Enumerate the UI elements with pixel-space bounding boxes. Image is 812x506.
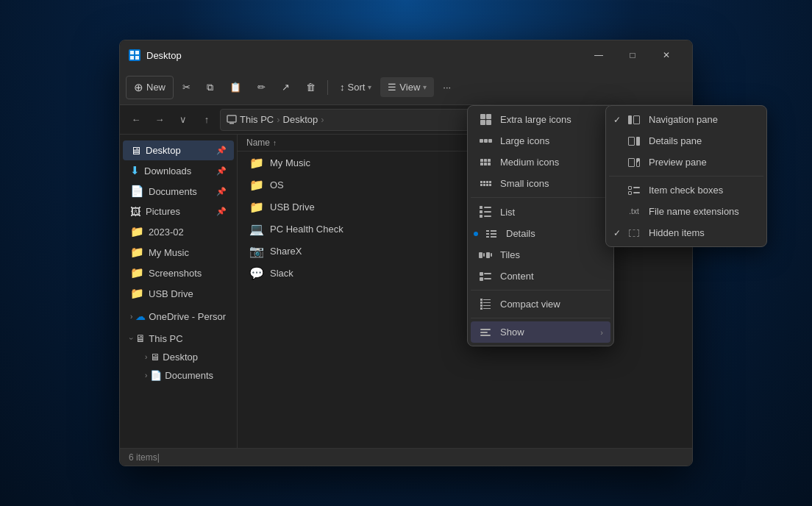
close-button[interactable]: ✕ [649, 44, 683, 66]
toolbar: ⊕ New ✂ ⧉ 📋 ✏ ↗ 🗑 ↕ Sort ▾ ☰ View ▾ [120, 70, 692, 105]
copy-button[interactable]: ⧉ [199, 77, 221, 98]
sidebar-label-mymusic: My Music [149, 247, 189, 258]
os-folder-icon: 📁 [249, 178, 264, 192]
show-navigation-pane[interactable]: ✓ Navigation pane [609, 109, 763, 130]
pchealthcheck-icon: 💻 [249, 222, 264, 236]
usb-folder-icon: 📁 [249, 200, 264, 214]
medium-icon-indicator [478, 159, 493, 165]
cut-button[interactable]: ✂ [175, 77, 198, 97]
sidebar-item-thispc[interactable]: › 🖥 This PC [123, 329, 234, 348]
maximize-button[interactable]: □ [616, 44, 649, 66]
view-sep2 [471, 290, 610, 291]
show-item-check-boxes[interactable]: Item check boxes [609, 179, 763, 201]
view-medium-icons[interactable]: Medium icons [471, 152, 610, 173]
show-preview-pane[interactable]: Preview pane [609, 152, 763, 173]
paste-icon: 📋 [229, 82, 241, 93]
status-separator: | [157, 452, 160, 463]
view-chevron-icon: ▾ [423, 83, 427, 91]
sort-up-icon: ↑ [273, 139, 277, 147]
thispc-docs-chevron: › [145, 371, 147, 380]
back-button[interactable]: ← [126, 110, 146, 130]
sidebar-item-mymusic[interactable]: 📁 My Music [123, 242, 234, 263]
col-name-label: Name [246, 138, 270, 148]
sidebar-section-thispc: › 🖥 This PC › 🖥 Desktop › 📄 Documents [120, 329, 237, 385]
extra-large-label: Extra large icons [500, 114, 571, 125]
navigation-pane-label: Navigation pane [649, 114, 718, 125]
up-button[interactable]: ↑ [196, 110, 217, 130]
show-file-name-extensions[interactable]: .txt File name extensions [609, 201, 763, 222]
view-small-icons[interactable]: Small icons [471, 173, 610, 194]
sidebar: 🖥 Desktop 📌 ⬇ Downloads 📌 📄 Documents 📌 … [120, 135, 238, 448]
folder-icon-screenshots: 📁 [130, 266, 144, 279]
preview-pane-icon [627, 158, 641, 167]
window-controls: — □ ✕ [582, 44, 683, 66]
preview-pane-label: Preview pane [649, 157, 707, 168]
documents-icon: 📄 [130, 185, 144, 198]
desktop-icon: 🖥 [130, 144, 141, 157]
sort-button[interactable]: ↕ Sort ▾ [332, 77, 379, 97]
content-label: Content [500, 271, 534, 282]
toolbar-separator [327, 80, 328, 95]
sidebar-label-thispc-documents: Documents [165, 370, 213, 381]
svg-rect-3 [135, 56, 139, 60]
minimize-button[interactable]: — [582, 44, 616, 66]
show-details-pane[interactable]: Details pane [609, 130, 763, 152]
view-compact-view[interactable]: Compact view [471, 293, 610, 315]
file-ext-icon: .txt [627, 208, 641, 215]
sidebar-label-desktop: Desktop [146, 145, 181, 156]
forward-button[interactable]: → [149, 110, 170, 130]
items-count: 6 items [129, 452, 157, 463]
view-list[interactable]: List [471, 201, 610, 223]
view-icon: ☰ [388, 82, 396, 93]
thispc-docs-icon: 📄 [150, 370, 162, 381]
view-content[interactable]: Content [471, 266, 610, 287]
breadcrumb-thispc: This PC [240, 114, 274, 125]
paste-button[interactable]: 📋 [222, 77, 249, 97]
show-hidden-items[interactable]: ✓ Hidden items [609, 222, 763, 243]
sidebar-item-2023-02[interactable]: 📁 2023-02 [123, 221, 234, 242]
sidebar-item-thispc-documents[interactable]: › 📄 Documents [138, 366, 234, 385]
thispc-desktop-icon: 🖥 [150, 352, 160, 363]
view-button[interactable]: ☰ View ▾ [380, 77, 434, 97]
sidebar-item-pictures[interactable]: 🖼 Pictures 📌 [123, 202, 234, 221]
nav-pane-check-icon: ✓ [613, 115, 621, 125]
hidden-items-icon [627, 229, 641, 237]
large-icons-label: Large icons [500, 135, 549, 146]
more-button[interactable]: ··· [435, 77, 458, 97]
delete-button[interactable]: 🗑 [299, 77, 323, 97]
sidebar-label-pictures: Pictures [146, 206, 180, 217]
rename-button[interactable]: ✏ [250, 77, 273, 97]
thispc-subitems: › 🖥 Desktop › 📄 Documents [120, 348, 237, 385]
sidebar-item-screenshots[interactable]: 📁 Screenshots [123, 263, 234, 283]
new-button[interactable]: ⊕ New [126, 76, 174, 99]
view-large-icons[interactable]: Large icons [471, 130, 610, 152]
tiles-icon-indicator [478, 252, 493, 258]
sidebar-label-downloads: Downloads [144, 165, 191, 177]
sidebar-label-onedrive: OneDrive - Persor [149, 311, 226, 322]
onedrive-chevron-icon: › [130, 313, 132, 321]
sidebar-item-desktop[interactable]: 🖥 Desktop 📌 [123, 140, 234, 160]
view-details[interactable]: Details [471, 223, 610, 244]
sidebar-item-usbdrive[interactable]: 📁 USB Drive [123, 283, 234, 304]
thispc-icon [227, 115, 237, 125]
slack-icon: 💬 [249, 266, 264, 280]
view-extra-large-icons[interactable]: Extra large icons [471, 109, 610, 130]
sidebar-item-thispc-desktop[interactable]: › 🖥 Desktop [138, 348, 234, 366]
view-show[interactable]: Show › [471, 321, 610, 343]
documents-pin-icon: 📌 [216, 187, 227, 196]
sidebar-item-downloads[interactable]: ⬇ Downloads 📌 [123, 160, 234, 181]
details-pane-label: Details pane [649, 135, 702, 146]
share-button[interactable]: ↗ [274, 77, 297, 97]
dropdown-button[interactable]: ∨ [173, 110, 193, 130]
copy-icon: ⧉ [207, 82, 213, 93]
thispc-icon2: 🖥 [135, 332, 146, 344]
sidebar-item-onedrive[interactable]: › ☁ OneDrive - Persor [123, 307, 234, 326]
cut-icon: ✂ [182, 82, 190, 93]
file-item-slack[interactable]: 💬 Slack [241, 263, 689, 284]
view-tiles[interactable]: Tiles [471, 244, 610, 266]
svg-rect-0 [130, 51, 134, 54]
list-label: List [500, 207, 515, 218]
details-icon-indicator [484, 230, 499, 238]
sidebar-item-documents[interactable]: 📄 Documents 📌 [123, 181, 234, 202]
view-dropdown-menu: Extra large icons Large icons [467, 105, 614, 346]
